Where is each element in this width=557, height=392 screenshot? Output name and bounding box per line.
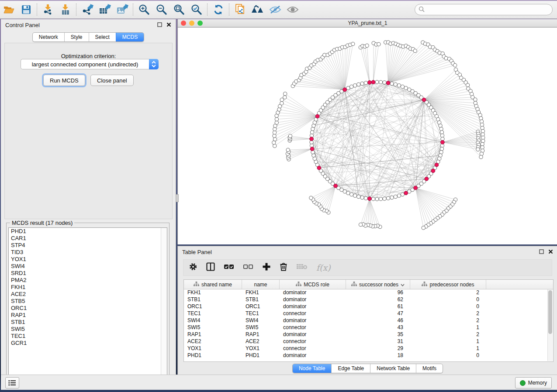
mcds-hub-node[interactable] [317,166,321,170]
network-node[interactable] [479,117,483,120]
task-history-button[interactable] [5,377,19,389]
network-node[interactable] [390,196,394,199]
export-network-icon[interactable] [79,3,96,17]
column-header-MCDS-role[interactable]: MCDS role [280,280,346,289]
network-node[interactable] [273,138,277,141]
splitter-handle[interactable] [176,194,179,202]
save-session-icon[interactable] [17,3,35,17]
result-item[interactable]: ORC1 [9,305,167,312]
network-node[interactable] [357,195,360,198]
network-node[interactable] [379,197,382,201]
network-node[interactable] [440,131,443,134]
close-panel-button[interactable]: Close panel [90,75,134,86]
tab-select[interactable]: Select [89,33,116,41]
network-node[interactable] [394,195,397,198]
network-node[interactable] [353,194,356,197]
search-input[interactable] [415,4,553,15]
mcds-hub-node[interactable] [431,169,435,173]
network-node[interactable] [377,42,381,46]
export-table-icon[interactable] [96,3,114,17]
network-node[interactable] [404,86,408,90]
network-node[interactable] [481,146,484,149]
network-node[interactable] [481,126,484,130]
result-item[interactable]: STP4 [9,242,167,249]
network-node[interactable] [275,121,278,124]
result-item[interactable]: GCR1 [9,340,167,347]
gear-icon[interactable] [189,262,197,273]
table-row[interactable]: SWI5SWI5connector431 [184,324,553,331]
close-panel-icon[interactable] [548,249,553,255]
network-node[interactable] [310,131,314,134]
network-node[interactable] [364,81,367,85]
mcds-hub-node[interactable] [435,163,439,167]
network-node[interactable] [480,152,483,155]
mcds-hub-node[interactable] [310,137,314,141]
search-field[interactable] [415,4,553,15]
network-node[interactable] [413,49,417,52]
mcds-result-list[interactable]: PHD1CAR1STP4TID3YOX1SWI4SRD1PMA2FKH1ACE2… [8,227,167,384]
mcds-hub-node[interactable] [310,147,314,151]
mcds-hub-node[interactable] [368,197,372,201]
network-node[interactable] [288,134,292,138]
network-node[interactable] [375,197,379,201]
criterion-dropdown[interactable]: largest connected component (undirected) [21,59,159,69]
column-header-predecessor-nodes[interactable]: predecessor nodes [410,280,486,289]
float-panel-icon[interactable] [157,22,162,28]
network-node[interactable] [350,193,353,196]
network-node[interactable] [383,81,386,84]
mcds-hub-node[interactable] [368,80,372,84]
mcds-hub-node[interactable] [371,80,375,84]
table-row[interactable]: YOX1YOX1connector291 [184,345,553,352]
result-item[interactable]: FKH1 [9,284,167,291]
result-scrollbar[interactable] [161,228,167,383]
network-node[interactable] [275,117,278,121]
network-node[interactable] [359,223,362,226]
import-network-icon[interactable] [39,3,57,17]
mcds-hub-node[interactable] [422,98,426,102]
mcds-hub-node[interactable] [404,191,408,195]
network-node[interactable] [397,84,401,87]
result-item[interactable]: STB1 [9,319,167,326]
table-row[interactable]: SWI4SWI4dominator462 [184,317,553,324]
zoom-out-icon[interactable] [153,3,170,17]
result-item[interactable]: PHD1 [9,228,167,235]
network-node[interactable] [273,134,276,138]
table-row[interactable]: STB1STB1dominator620 [184,296,553,303]
table-row[interactable]: PHD1PHD1dominator180 [184,352,553,359]
network-node[interactable] [394,83,397,86]
column-header-name[interactable]: name [242,280,280,289]
network-node[interactable] [397,194,401,197]
export-image-icon[interactable] [114,3,131,17]
network-node[interactable] [351,42,355,46]
network-node[interactable] [273,127,277,131]
refresh-icon[interactable] [210,3,227,17]
table-row[interactable]: TEC1TEC1connector472 [184,310,553,317]
node-table[interactable]: shared namenameMCDS rolesuccessor nodesp… [183,279,554,362]
network-node[interactable] [439,127,443,131]
network-node[interactable] [453,63,457,67]
tab-mcds[interactable]: MCDS [116,33,144,41]
result-item[interactable]: PMA2 [9,277,167,284]
table-tab-node-table[interactable]: Node Table [293,364,332,373]
network-node[interactable] [476,148,480,151]
network-node[interactable] [371,197,375,201]
network-node[interactable] [481,129,484,133]
table-tab-motifs[interactable]: Motifs [416,364,443,373]
delete-column-icon[interactable] [280,262,287,273]
run-mcds-button[interactable]: Run MCDS [43,75,85,86]
network-node[interactable] [365,44,369,47]
mcds-hub-node[interactable] [315,114,319,118]
network-node[interactable] [481,136,485,139]
network-node[interactable] [422,226,425,230]
network-node[interactable] [439,124,442,127]
result-item[interactable]: TEC1 [9,333,167,340]
table-scrollbar[interactable] [547,289,553,361]
network-node[interactable] [481,133,484,136]
network-node[interactable] [311,127,315,131]
mcds-hub-node[interactable] [386,81,390,85]
float-panel-icon[interactable] [539,249,544,255]
network-node[interactable] [272,141,276,144]
network-node[interactable] [273,131,276,134]
import-table-icon[interactable] [57,3,74,17]
network-node[interactable] [280,102,284,105]
